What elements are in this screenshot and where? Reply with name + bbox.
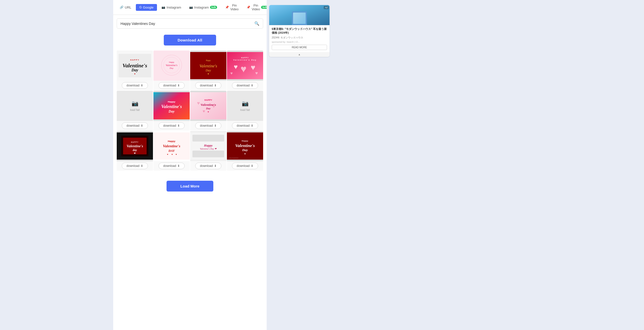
tab-url[interactable]: 🔗 URL (116, 4, 135, 11)
main-content: 🔗 URL G Google 📷 Instagram 📷 Instagram b… (113, 0, 267, 330)
svg-text:day: day (133, 149, 137, 152)
ad-content: $東京都$: "モダンウッドハウス" 耳を疑う新価格 (2024年) 2024年… (269, 25, 330, 52)
svg-text:Valentine's: Valentine's (235, 143, 255, 148)
image-card: 📷 load fail download ⬇ (117, 91, 153, 130)
ad-collapse-button[interactable]: ▲ (269, 52, 330, 57)
download-bar: download ⬇ (190, 161, 226, 171)
svg-text:♥: ♥ (172, 153, 173, 156)
svg-text:HAPPY: HAPPY (131, 141, 139, 143)
download-bar: download ⬇ (227, 161, 263, 171)
image-thumb: HAPPY Valentine's Day ♥ ♥ ♥ ♥ ♥ (227, 51, 263, 81)
download-button[interactable]: download ⬇ (122, 122, 148, 129)
svg-text:♥: ♥ (134, 73, 135, 75)
search-area: 🔍 (113, 15, 267, 31)
google-icon: G (139, 6, 142, 9)
image-thumb: Happy Valentine's Day ♥ (190, 51, 226, 81)
ad-read-more-button[interactable]: READ MORE (272, 45, 327, 50)
download-bar: download ⬇ (153, 161, 190, 171)
tab-instagram[interactable]: 📷 Instagram (158, 4, 185, 11)
ad-title: $東京都$: "モダンウッドハウス" 耳を疑う新価格 (2024年) (272, 27, 327, 35)
search-input[interactable] (117, 19, 251, 28)
link-icon: 🔗 (120, 6, 124, 9)
image-thumb: Happy Valentine's Day ♥ stockadobe (227, 131, 263, 161)
download-button[interactable]: download ⬇ (158, 122, 185, 129)
download-button[interactable]: download ⬇ (122, 163, 148, 169)
tab-google[interactable]: G Google (136, 4, 157, 11)
svg-text:HAPPY: HAPPY (204, 99, 212, 101)
fail-icon: 📷 (132, 100, 138, 107)
tab-bar: 🔗 URL G Google 📷 Instagram 📷 Instagram b… (113, 0, 267, 15)
svg-text:stockadobe: stockadobe (229, 157, 238, 159)
svg-text:Valentine's: Valentine's (166, 64, 178, 67)
svg-text:Happy: Happy (206, 60, 211, 62)
svg-text:Day: Day (168, 109, 175, 113)
svg-text:Valentine's: Valentine's (199, 64, 217, 68)
svg-rect-52 (192, 135, 224, 142)
ad-image: Ad (269, 5, 330, 25)
svg-text:Day: Day (242, 148, 248, 152)
download-icon: ⬇ (214, 84, 217, 87)
image-grid: HAPPY Valentine's Day ♥ download ⬇ (113, 48, 267, 173)
download-button[interactable]: download ⬇ (195, 122, 221, 129)
svg-text:♥: ♥ (203, 109, 205, 113)
image-card: Happy Valentine's Day ♥ download ⬇ (190, 51, 226, 90)
image-thumb: Happy Valentine's DAY ♥ ♥ ♥ (153, 131, 190, 161)
image-card: 📷 load fail download ⬇ (227, 91, 263, 130)
svg-text:Happy: Happy (204, 144, 213, 147)
download-icon: ⬇ (214, 124, 217, 127)
tab-instagram-bulk[interactable]: 📷 Instagram bulk (186, 4, 221, 11)
svg-text:Happy: Happy (242, 140, 248, 142)
download-button[interactable]: download ⬇ (195, 82, 221, 89)
download-icon: ⬇ (141, 84, 143, 87)
download-button[interactable]: download ⬇ (232, 82, 258, 89)
download-button[interactable]: download ⬇ (158, 163, 185, 169)
image-thumb: HAPPY Valentine's Day ♥ (117, 51, 153, 81)
search-input-wrap: 🔍 (117, 18, 263, 29)
svg-text:Happy: Happy (168, 140, 176, 143)
svg-text:HAPPY: HAPPY (130, 59, 140, 61)
image-card: HAPPY Valentine's day ❤ download ⬇ (117, 131, 153, 171)
download-button[interactable]: download ⬇ (195, 163, 221, 169)
download-all-button[interactable]: Download All (164, 35, 216, 45)
image-card: Happy Valentine's Day download ⬇ (153, 91, 190, 130)
load-more-button[interactable]: Load More (167, 181, 213, 192)
building-shape (292, 11, 307, 25)
image-thumb: Happy Valentine's Day ❤ (190, 131, 226, 161)
image-thumb: Happy Valentine's Day (153, 91, 190, 121)
download-bar: download ⬇ (117, 81, 153, 90)
image-thumb: HAPPY Valentine's day ❤ (117, 131, 153, 161)
download-button[interactable]: download ⬇ (232, 163, 258, 169)
download-bar: download ⬇ (227, 121, 263, 130)
image-thumb: ♥ ♥ ♥ HAPPY Valentine's Day ♥ (190, 91, 226, 121)
svg-text:♥: ♥ (230, 71, 233, 75)
svg-text:Day: Day (170, 67, 174, 69)
svg-text:♥: ♥ (255, 71, 258, 76)
download-icon: ⬇ (251, 84, 253, 87)
ad-label: Ad (324, 6, 329, 9)
image-card: Happy Valentine's Day download ⬇ (153, 51, 190, 90)
image-card: HAPPY Valentine's Day ♥ ♥ ♥ ♥ ♥ download… (227, 51, 263, 90)
ad-sponsored: sponsored by: Search | Cl... (272, 41, 327, 43)
download-icon: ⬇ (141, 124, 143, 127)
svg-text:♥: ♥ (244, 153, 246, 155)
load-more-wrap: Load More (113, 173, 267, 197)
download-all-wrap: Download All (113, 31, 267, 48)
download-bar: download ⬇ (190, 81, 226, 90)
download-icon: ⬇ (214, 164, 217, 168)
download-bar: download ⬇ (153, 81, 190, 90)
svg-text:DAY: DAY (168, 149, 175, 153)
download-icon: ⬇ (141, 164, 143, 168)
svg-text:❤: ❤ (134, 152, 136, 155)
search-button[interactable]: 🔍 (251, 19, 263, 28)
ad-building-image: Ad (269, 5, 330, 25)
download-button[interactable]: download ⬇ (232, 122, 258, 129)
right-sidebar: Ad $東京都$: "モダンウッドハウス" 耳を疑う新価格 (2024年) 20… (267, 0, 332, 330)
image-thumb-fail: 📷 load fail (227, 91, 263, 121)
svg-text:Happy: Happy (168, 100, 176, 103)
tab-pin-video[interactable]: 📌 Pin Video (222, 2, 242, 13)
download-button[interactable]: download ⬇ (158, 82, 185, 89)
load-fail-text: load fail (240, 108, 250, 111)
download-bar: download ⬇ (190, 121, 226, 130)
instagram-icon: 📷 (162, 6, 165, 9)
download-button[interactable]: download ⬇ (122, 82, 148, 89)
